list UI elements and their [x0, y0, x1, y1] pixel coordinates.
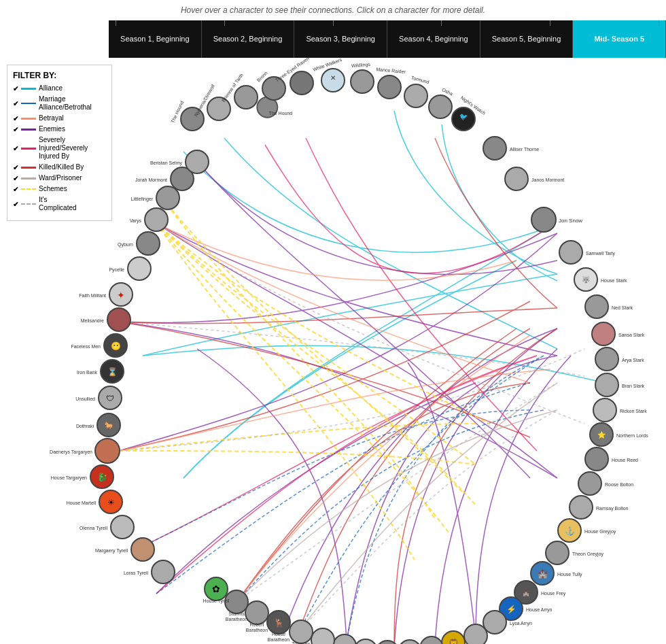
svg-point-19 [429, 95, 452, 118]
node-qyburn: Qyburn [118, 232, 160, 255]
svg-point-113 [131, 538, 154, 561]
svg-point-4 [234, 86, 258, 109]
svg-point-52 [569, 496, 593, 519]
svg-text:House: House [272, 632, 285, 637]
svg-point-30 [559, 241, 582, 264]
svg-point-137 [107, 308, 130, 331]
filter-schemes[interactable]: ✔ Schemes [13, 185, 106, 193]
svg-text:Melisandre: Melisandre [81, 318, 104, 323]
svg-point-146 [145, 208, 168, 231]
node-alliser-thorne: Alliser Thorne [483, 137, 539, 160]
svg-text:Daenerys Targaryen: Daenerys Targaryen [50, 450, 92, 455]
svg-text:Varys: Varys [130, 218, 142, 224]
svg-point-102 [245, 601, 268, 624]
svg-point-48 [585, 447, 608, 471]
svg-text:Rickon Stark: Rickon Stark [620, 409, 647, 413]
node-loras-tyrell: Loras Tyrell [124, 560, 175, 583]
svg-text:House Tully: House Tully [557, 572, 582, 577]
svg-text:🐺: 🐺 [582, 275, 591, 284]
svg-point-6 [262, 77, 285, 100]
node-house-tyrell: ✿ House Tyrell [203, 577, 230, 604]
filter-enemies[interactable]: ✔ Enemies [13, 125, 106, 133]
svg-text:Beristan Selmy: Beristan Selmy [150, 160, 183, 166]
svg-point-86 [354, 639, 377, 644]
node-northern-lords: ⭐ Northern Lords [590, 423, 648, 446]
svg-point-41 [595, 373, 618, 396]
svg-text:House Targaryen: House Targaryen [51, 475, 87, 481]
filter-severely-injured[interactable]: ✔ SeverelyInjured/SeverelyInjured By [13, 136, 106, 160]
filter-box: FILTER BY: ✔ Alliance ✔ MarriageAlliance… [7, 65, 112, 221]
svg-point-68 [483, 611, 506, 634]
svg-text:🐦: 🐦 [459, 112, 468, 121]
svg-text:Baratheon: Baratheon [268, 637, 290, 642]
filter-marriage[interactable]: ✔ MarriageAlliance/Betrothal [13, 95, 106, 112]
svg-text:✿: ✿ [212, 583, 220, 594]
svg-text:Northern Lords: Northern Lords [616, 433, 648, 438]
filter-alliance[interactable]: ✔ Alliance [13, 84, 106, 92]
node-melisandre: Melisandre [81, 308, 130, 331]
node-house-targaryen: 🐉 House Targaryen [51, 465, 113, 488]
node-faith-militant: ✦ Faith Militant [79, 283, 133, 306]
svg-point-43 [593, 399, 616, 422]
svg-text:Faceless Men: Faceless Men [71, 344, 101, 349]
filter-killed[interactable]: ✔ Killed/Killed By [13, 163, 106, 171]
svg-text:Alliser Thorne: Alliser Thorne [510, 147, 539, 152]
svg-point-148 [156, 186, 179, 209]
svg-text:Jorah Mormont: Jorah Mormont [135, 177, 167, 182]
node-pycelle: Pycelle [109, 257, 151, 280]
node-arya-stark: Arya Stark [595, 348, 644, 371]
svg-text:Littlefinger: Littlefinger [131, 197, 154, 202]
svg-point-28 [531, 207, 556, 232]
svg-point-39 [595, 348, 618, 371]
svg-text:House Reed: House Reed [612, 458, 638, 462]
node-iron-bank: ⌛ Iron Bank [77, 360, 124, 383]
svg-text:🛡: 🛡 [106, 394, 114, 403]
filter-ward-prisoner[interactable]: ✔ Ward/Prisoner [13, 174, 106, 182]
node-stannis: Stannis Baratheon [225, 590, 248, 622]
svg-text:Stannis: Stannis [228, 611, 245, 616]
svg-text:Theon Greyjoy: Theon Greyjoy [572, 552, 603, 557]
svg-text:🐎: 🐎 [104, 420, 114, 430]
filter-betrayal[interactable]: ✔ Betrayal [13, 114, 106, 122]
svg-text:House Martell: House Martell [67, 501, 97, 505]
svg-text:Iron Bank: Iron Bank [77, 370, 97, 375]
svg-text:Lysa Arryn: Lysa Arryn [510, 621, 532, 626]
node-house-baratheon: 🦌 House Baratheon [267, 611, 290, 642]
svg-text:Tommen: Tommen [292, 641, 311, 644]
svg-text:Arya Stark: Arya Stark [622, 358, 644, 363]
svg-point-2 [207, 97, 230, 120]
svg-point-17 [404, 84, 427, 107]
svg-point-95 [290, 620, 313, 643]
filter-complicated[interactable]: ✔ It'sComplicated [13, 196, 106, 212]
node-tormund: Tormund [404, 75, 430, 107]
svg-text:Mance Raider: Mance Raider [376, 67, 406, 74]
svg-point-24 [483, 137, 506, 160]
svg-point-83 [376, 641, 399, 644]
svg-text:Wildlings: Wildlings [351, 62, 371, 69]
svg-point-37 [592, 322, 615, 345]
node-tommen: Tommen Baratheon [290, 620, 313, 644]
svg-text:😶: 😶 [111, 341, 121, 351]
svg-point-8 [290, 71, 313, 95]
node-dothraki: 🐎 Dothraki [76, 413, 120, 437]
svg-text:House Tyrell: House Tyrell [203, 598, 230, 604]
svg-point-57 [546, 541, 569, 564]
svg-text:🐉: 🐉 [97, 472, 107, 482]
svg-point-50 [578, 472, 601, 495]
node-sansa-stark: Sansa Stark [592, 322, 645, 345]
node-theon-greyjoy: Theon Greyjoy [546, 541, 603, 564]
node-house-greyjoy: ⚓ House Greyjoy [558, 519, 616, 542]
svg-text:Loras Tyrell: Loras Tyrell [124, 571, 148, 576]
node-samwell-tarly: Samwell Tarly [559, 241, 616, 264]
svg-text:Robert: Robert [249, 622, 264, 627]
node-janos-mormont: Janos Mormont [505, 167, 564, 190]
svg-text:House Frey: House Frey [541, 591, 566, 596]
node-mance-raider: Mance Raider [376, 67, 406, 99]
svg-text:Ramsay Bolton: Ramsay Bolton [596, 506, 629, 511]
svg-point-70 [464, 624, 487, 644]
node-faceless-men: 😶 Faceless Men [71, 334, 127, 357]
node-white-walkers: ✕ White Walkers [312, 57, 345, 92]
svg-text:Olenna Tyrell: Olenna Tyrell [80, 526, 108, 531]
node-varys: Varys [130, 208, 168, 231]
node-rickon-stark: Rickon Stark [593, 399, 647, 422]
